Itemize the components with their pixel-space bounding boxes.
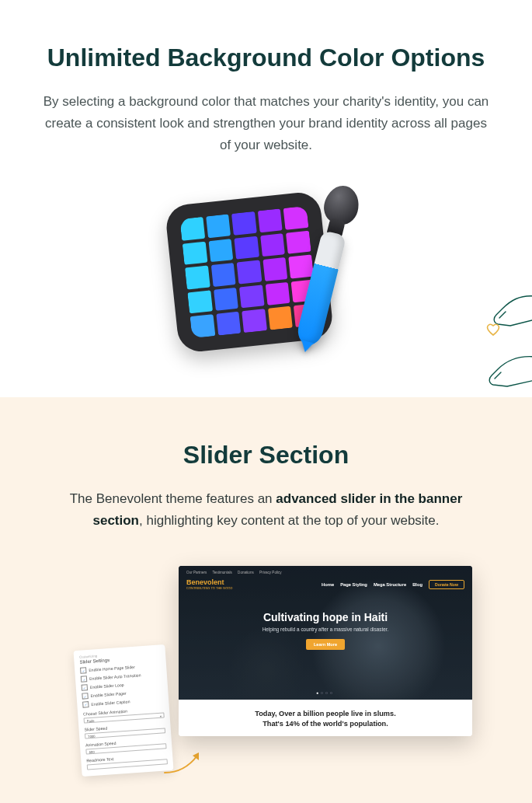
- color-swatch: [234, 236, 259, 260]
- topbar-link[interactable]: Testimonials: [213, 571, 232, 574]
- color-picker-illustration: [165, 187, 367, 366]
- customizer-panel: Customizing Slider Settings Enable Home …: [73, 644, 173, 777]
- color-swatch: [179, 217, 204, 241]
- color-swatch: [205, 215, 230, 239]
- color-swatch: [187, 290, 212, 314]
- learn-more-button[interactable]: Learn More: [306, 639, 345, 650]
- nav-item-home[interactable]: Home: [322, 582, 334, 587]
- slider-section: Slider Section The Benevolent theme feat…: [0, 397, 532, 803]
- mockup-row: Customizing Slider Settings Enable Home …: [23, 566, 509, 799]
- hero-title: Cultivating hope in Haiti: [179, 611, 472, 623]
- nav-item-mega[interactable]: Mega Structure: [374, 582, 406, 587]
- checkbox-label: Enable Slider Caption: [91, 700, 130, 707]
- color-swatch: [231, 211, 256, 236]
- color-swatch: [236, 260, 261, 285]
- color-swatch: [208, 239, 233, 263]
- topbar-links: Our Partners Testimonials Donations Priv…: [186, 571, 287, 574]
- topbar-link[interactable]: Our Partners: [186, 571, 207, 574]
- slider-pager[interactable]: ●○○○: [179, 690, 472, 695]
- color-swatch: [257, 209, 282, 233]
- hero-subtitle: Helping rebuild a country after a massiv…: [179, 627, 472, 632]
- color-swatch: [213, 288, 238, 312]
- color-swatch: [210, 263, 235, 287]
- menu-bar: Benevolent CONTRIBUTING TO THE GOOD Home…: [179, 576, 472, 596]
- top-bar: Our Partners Testimonials Donations Priv…: [179, 566, 472, 576]
- nav-item-blog[interactable]: Blog: [412, 582, 422, 587]
- hero-content: Cultivating hope in Haiti Helping rebuil…: [179, 611, 472, 650]
- color-swatch: [216, 312, 241, 336]
- website-preview: Our Partners Testimonials Donations Priv…: [179, 566, 472, 736]
- desc-pre: The Benevolent theme features an: [70, 491, 276, 506]
- checkbox-label: Enable Slider Loop: [90, 683, 124, 690]
- section-title: Unlimited Background Color Options: [37, 44, 495, 72]
- color-swatch: [190, 315, 214, 339]
- logo-text: Benevolent: [186, 579, 232, 586]
- nav-item-page-styling[interactable]: Page Styling: [340, 582, 367, 587]
- donate-button[interactable]: Donate Now: [429, 580, 464, 589]
- color-swatch: [185, 266, 210, 290]
- topbar-link[interactable]: Privacy Policy: [259, 571, 282, 574]
- checkbox-label: Enable Slider Auto Transition: [89, 673, 141, 682]
- color-swatch: [182, 241, 207, 265]
- section-description: The Benevolent theme features an advance…: [57, 488, 476, 532]
- main-nav: Home Page Styling Mega Structure Blog Do…: [322, 580, 464, 589]
- intro-line-1: Today, Over a billion people live in slu…: [186, 709, 464, 718]
- logo-tagline: CONTRIBUTING TO THE GOOD: [186, 586, 232, 590]
- arrow-decoration: [162, 746, 208, 777]
- hero-banner: Our Partners Testimonials Donations Priv…: [179, 566, 472, 700]
- hands-decoration: [465, 281, 532, 405]
- topbar-right: [464, 571, 464, 574]
- background-color-section: Unlimited Background Color Options By se…: [0, 0, 532, 397]
- section-title: Slider Section: [23, 441, 509, 470]
- topbar-link[interactable]: Donations: [238, 571, 254, 574]
- site-logo[interactable]: Benevolent CONTRIBUTING TO THE GOOD: [186, 579, 232, 590]
- intro-line-2: That's 14% of the world's population.: [186, 719, 464, 728]
- checkbox-label: Enable Slider Pager: [90, 691, 126, 698]
- checkbox-label: Enable Home Page Slider: [89, 665, 135, 672]
- desc-post: , highlighting key content at the top of…: [139, 513, 440, 528]
- intro-text-block: Today, Over a billion people live in slu…: [179, 700, 472, 736]
- section-description: By selecting a background color that mat…: [41, 91, 492, 156]
- color-swatch: [239, 285, 264, 309]
